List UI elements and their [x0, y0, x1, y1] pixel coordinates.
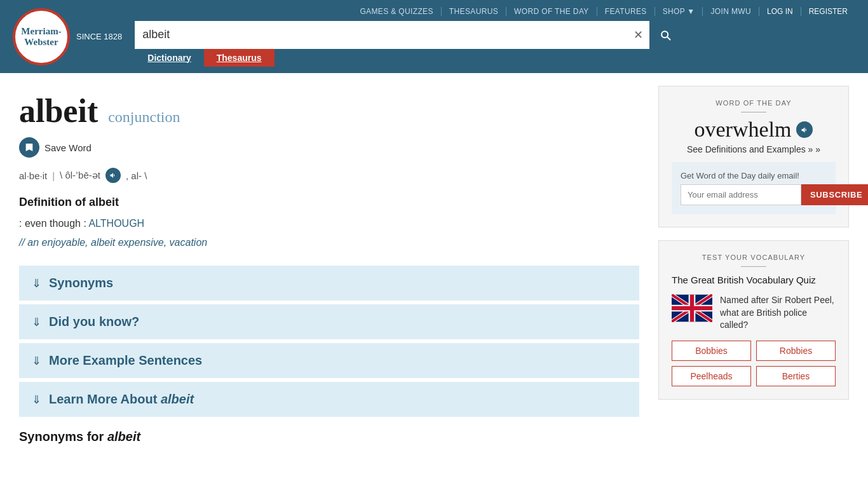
- pron-alt: , al- \: [126, 170, 147, 181]
- accordion-more-examples[interactable]: ⇓ More Example Sentences: [19, 343, 639, 378]
- vocab-label: TEST YOUR VOCABULARY: [672, 254, 836, 261]
- bookmark-svg: [24, 142, 34, 152]
- vocab-answer-3[interactable]: Berties: [756, 366, 836, 386]
- wod-link-text: See Definitions and Examples »: [687, 144, 813, 154]
- word-title: albeit: [19, 92, 98, 130]
- example-label: //: [19, 237, 25, 248]
- wod-divider: [741, 112, 766, 112]
- nav-register[interactable]: REGISTER: [801, 7, 855, 16]
- example-text: an enjoyable, albeit expensive, vacation: [27, 237, 207, 248]
- search-input[interactable]: [135, 28, 627, 41]
- def-example: // an enjoyable, albeit expensive, vacat…: [19, 234, 639, 251]
- nav-login[interactable]: LOG IN: [759, 7, 801, 16]
- accordion-learn-more[interactable]: ⇓ Learn More About albeit: [19, 382, 639, 417]
- vocab-question: Named after Sir Robert Peel, what are Br…: [720, 294, 836, 332]
- nav-thesaurus[interactable]: THESAURUS: [442, 7, 506, 16]
- wod-label: WORD OF THE DAY: [672, 99, 836, 107]
- pronunciation: al·be·it | \ ôl-ˈbē-ət , al- \: [19, 168, 639, 183]
- accordion-arrow-dyk: ⇓: [32, 315, 41, 329]
- accordion-label-synonyms: Synonyms: [49, 276, 113, 290]
- search-icon: [659, 29, 672, 41]
- search-clear-button[interactable]: ✕: [627, 28, 649, 42]
- accordion-did-you-know[interactable]: ⇓ Did you know?: [19, 304, 639, 339]
- search-submit-button[interactable]: [649, 21, 681, 49]
- vocab-answer-2[interactable]: Peelheads: [672, 366, 751, 386]
- pron-ipa: \ ôl-ˈbē-ət: [60, 170, 100, 181]
- audio-icon: [109, 172, 117, 179]
- main-content: albeit conjunction Save Word al·be·it | …: [0, 73, 868, 457]
- logo-circle: Merriam-Webster: [13, 8, 70, 65]
- nav-shop[interactable]: SHOP ▼: [655, 7, 703, 16]
- accordion-synonyms[interactable]: ⇓ Synonyms: [19, 266, 639, 301]
- since-label: SINCE 1828: [76, 32, 122, 41]
- header-right: GAMES & QUIZZES THESAURUS WORD OF THE DA…: [135, 7, 855, 67]
- definition-section: Definition of albeit : even though : ALT…: [19, 196, 639, 250]
- search-tabs: Dictionary Thesaurus: [135, 49, 855, 67]
- tab-thesaurus[interactable]: Thesaurus: [204, 49, 275, 67]
- vocab-card: TEST YOUR VOCABULARY The Great British V…: [658, 240, 849, 400]
- wod-word: overwhelm: [672, 118, 836, 142]
- wod-email-row: SUBSCRIBE: [681, 184, 827, 205]
- logo-container[interactable]: Merriam-Webster SINCE 1828: [13, 8, 122, 65]
- save-word-label: Save Word: [44, 142, 92, 153]
- wod-word-text: overwhelm: [695, 118, 792, 142]
- accordion-label-dyk: Did you know?: [49, 315, 139, 329]
- uk-flag-icon: [672, 294, 712, 322]
- accordion-arrow-examples: ⇓: [32, 354, 41, 368]
- definition-body: : even though : ALTHOUGH // an enjoyable…: [19, 215, 639, 250]
- wod-email-label: Get Word of the Day daily email!: [681, 171, 827, 180]
- audio-button[interactable]: [105, 168, 121, 183]
- vocab-answer-1[interactable]: Robbies: [756, 341, 836, 361]
- wod-audio-icon: [801, 126, 809, 134]
- content-area: albeit conjunction Save Word al·be·it | …: [19, 86, 639, 444]
- vocab-divider: [741, 266, 766, 267]
- word-pos: conjunction: [108, 109, 180, 126]
- def-sense: : even though :: [19, 218, 86, 229]
- accordion-arrow-learn: ⇓: [32, 393, 41, 407]
- bookmark-icon: [19, 137, 39, 158]
- accordion-label-learn: Learn More About albeit: [49, 392, 194, 407]
- save-word-button[interactable]: Save Word: [19, 137, 639, 158]
- wod-email-input[interactable]: [681, 184, 801, 205]
- vocab-answer-0[interactable]: Bobbies: [672, 341, 751, 361]
- sidebar: WORD OF THE DAY overwhelm See Definition…: [658, 86, 849, 444]
- accordion-arrow-synonyms: ⇓: [32, 276, 41, 290]
- logo-text: Merriam-Webster: [21, 26, 61, 47]
- def-title-text: Definition of albeit: [19, 196, 119, 208]
- search-tab-row: ✕ Dictionary Thesaurus: [135, 21, 855, 67]
- vocab-img-row: Named after Sir Robert Peel, what are Br…: [672, 294, 836, 332]
- wod-subscribe-button[interactable]: SUBSCRIBE: [801, 184, 868, 205]
- word-heading: albeit conjunction: [19, 92, 639, 130]
- top-nav: GAMES & QUIZZES THESAURUS WORD OF THE DA…: [135, 7, 855, 21]
- nav-games[interactable]: GAMES & QUIZZES: [352, 7, 441, 16]
- accordion-label-examples: More Example Sentences: [49, 353, 202, 368]
- synonyms-for-heading: Synonyms for albeit: [19, 430, 639, 444]
- tab-dictionary[interactable]: Dictionary: [135, 49, 203, 67]
- vocab-quiz-title: The Great British Vocabulary Quiz: [672, 274, 836, 285]
- pron-base: al·be·it: [19, 170, 47, 181]
- vocab-answers: Bobbies Robbies Peelheads Berties: [672, 341, 836, 386]
- wod-card: WORD OF THE DAY overwhelm See Definition…: [658, 86, 849, 227]
- nav-wod[interactable]: WORD OF THE DAY: [506, 7, 597, 16]
- site-header: Merriam-Webster SINCE 1828 GAMES & QUIZZ…: [0, 0, 868, 73]
- nav-features[interactable]: FEATURES: [597, 7, 655, 16]
- definition-title: Definition of albeit: [19, 196, 639, 209]
- nav-join[interactable]: JOIN MWU: [703, 7, 759, 16]
- def-link[interactable]: ALTHOUGH: [88, 218, 144, 229]
- search-bar: ✕: [135, 21, 681, 49]
- wod-audio-button[interactable]: [796, 121, 813, 138]
- wod-link[interactable]: See Definitions and Examples » »: [672, 144, 836, 154]
